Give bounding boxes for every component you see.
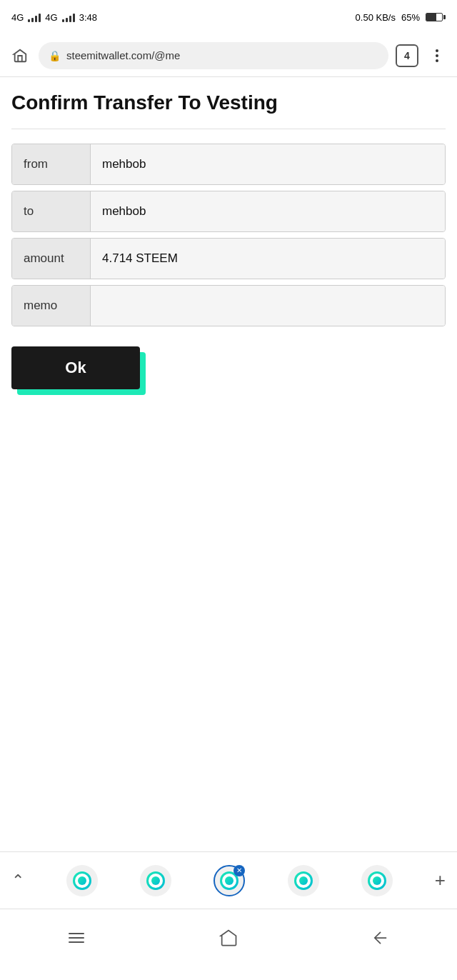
ok-button[interactable]: Ok: [11, 346, 140, 389]
tab-favicon-4: [294, 871, 313, 890]
tab-favicon-1: [73, 871, 91, 890]
expand-icon[interactable]: ⌃: [11, 871, 24, 890]
menu-dot: [436, 54, 438, 57]
url-text: steemitwallet.com/@me: [66, 49, 180, 61]
nav-line-1: [69, 933, 84, 934]
nav-menu-button[interactable]: [61, 922, 92, 954]
to-value: mehbob: [91, 191, 445, 231]
status-left: 4G 4G 3:48: [11, 12, 97, 23]
network-speed: 0.50 KB/s: [356, 12, 396, 23]
tab-btn-2[interactable]: [140, 865, 171, 896]
to-field: to mehbob: [11, 191, 446, 232]
tab-btn-4[interactable]: [288, 865, 319, 896]
nav-line-2: [69, 937, 84, 939]
tab-favicon-5: [368, 871, 386, 890]
amount-field: amount 4.714 STEEM: [11, 238, 446, 279]
status-right: 0.50 KB/s 65%: [356, 12, 446, 23]
nav-line-3: [69, 941, 84, 943]
divider: [11, 129, 446, 129]
clock: 3:48: [79, 12, 97, 23]
home-button[interactable]: [9, 44, 31, 67]
bar3: [35, 16, 37, 22]
hamburger-icon: [69, 933, 84, 943]
tab-btn-3-active[interactable]: ✕: [214, 865, 245, 896]
from-value: mehbob: [91, 144, 445, 184]
ok-button-wrapper: Ok: [11, 346, 140, 389]
nav-back-button[interactable]: [365, 922, 396, 954]
amount-value: 4.714 STEEM: [91, 239, 445, 279]
browser-menu-button[interactable]: [426, 44, 448, 67]
bar1: [62, 19, 64, 22]
tab-favicon-s-3: [225, 876, 233, 885]
bottom-tabs-bar: ⌃ ✕: [0, 851, 457, 909]
memo-label: memo: [12, 286, 91, 326]
tab-btn-5[interactable]: [361, 865, 393, 896]
new-tab-button[interactable]: +: [435, 869, 446, 891]
tab-favicon-s-1: [78, 876, 86, 885]
tab-counter[interactable]: 4: [396, 44, 418, 67]
signal-bars-left: [28, 12, 41, 22]
memo-value: [91, 286, 445, 326]
tab-favicon-s-4: [299, 876, 308, 885]
battery-tip: [443, 15, 446, 19]
signal-bars-right: [62, 12, 75, 22]
bar3: [69, 16, 71, 22]
battery-percent: 65%: [401, 12, 420, 23]
close-badge[interactable]: ✕: [233, 865, 245, 876]
page-title: Confirm Transfer To Vesting: [11, 91, 446, 114]
tab-favicon-s-5: [373, 876, 381, 885]
bar4: [39, 14, 41, 22]
bar2: [66, 18, 68, 22]
system-nav: [0, 909, 457, 980]
network-right-label: 4G: [45, 12, 57, 23]
back-icon: [371, 928, 391, 948]
menu-dot: [436, 49, 438, 52]
tab-btn-1[interactable]: [66, 865, 98, 896]
tab-favicon-s-2: [151, 876, 160, 885]
to-label: to: [12, 191, 91, 231]
nav-home-button[interactable]: [213, 922, 244, 954]
bar4: [73, 14, 75, 22]
memo-field: memo: [11, 285, 446, 326]
network-left-label: 4G: [11, 12, 24, 23]
page-content: Confirm Transfer To Vesting from mehbob …: [0, 77, 457, 404]
battery-icon: [426, 13, 446, 21]
home-nav-icon: [219, 928, 238, 948]
address-bar[interactable]: 🔒 steemitwallet.com/@me: [39, 42, 388, 69]
status-bar: 4G 4G 3:48 0.50 KB/s 65%: [0, 0, 457, 34]
from-label: from: [12, 144, 91, 184]
bar1: [28, 19, 30, 22]
amount-label: amount: [12, 239, 91, 279]
lock-icon: 🔒: [49, 50, 61, 61]
browser-bar: 🔒 steemitwallet.com/@me 4: [0, 34, 457, 77]
battery-fill: [426, 14, 436, 21]
bar2: [31, 18, 34, 22]
tab-favicon-2: [146, 871, 165, 890]
from-field: from mehbob: [11, 144, 446, 185]
menu-dot: [436, 59, 438, 62]
